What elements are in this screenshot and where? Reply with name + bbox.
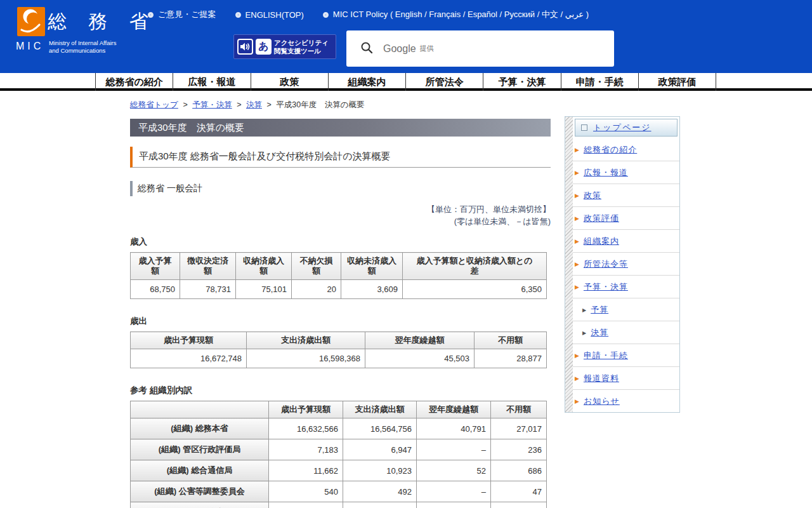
sidebar-item-applications[interactable]: ▶ 申請・手続	[573, 344, 679, 367]
table-row: (組織) 公害等調整委員会 540 492 – 47	[131, 481, 547, 502]
page-title: 平成30年度 決算の概要	[130, 119, 551, 137]
table-header-row: 歳入予算 額 徴収決定済 額 収納済歳入 額 不納欠損 額 収納未済歳入 額 歳…	[131, 253, 547, 280]
cell-value: 28,877	[475, 349, 547, 368]
mic-logo[interactable]: MIC 総 務 省 Ministry of Internal Affairs a…	[16, 5, 155, 69]
cell-value: 45,503	[365, 349, 475, 368]
nav-item-policy[interactable]: 政策	[251, 73, 328, 91]
cell-value: 27,017	[491, 418, 547, 439]
logo-mic-text: MIC	[16, 41, 44, 52]
sidebar-item-notices[interactable]: ▶ お知らせ	[573, 390, 679, 412]
cell-value: 16,632,566	[269, 418, 343, 439]
triangle-bullet-icon: ▶	[575, 376, 579, 382]
column-header: 翌年度繰越額	[417, 401, 491, 418]
nav-item-applications[interactable]: 申請・手続	[561, 73, 638, 91]
sidebar-item-press[interactable]: ▶ 報道資料	[573, 367, 679, 390]
accessibility-tool-button[interactable]: あ アクセシビリティ 閲覧支援ツール	[233, 34, 336, 59]
nav-item-budget[interactable]: 予算・決算	[483, 73, 560, 91]
cell-value: –	[417, 481, 491, 502]
local-nav-sidebar: トップページ ▶ 総務省の紹介 ▶ 広報・報道 ▶ 政策 ▶ 政策評価 ▶ 組織…	[565, 116, 680, 413]
triangle-bullet-icon: ▶	[575, 147, 579, 153]
cell-value: –	[417, 439, 491, 460]
sidebar-item-public-relations[interactable]: ▶ 広報・報道	[573, 161, 679, 184]
cell-value: 68,750	[131, 280, 180, 299]
main-content: 総務省トップ > 予算・決算 > 決算 > 平成30年度 決算の概要 平成30年…	[130, 93, 551, 508]
cell-value: 20,795	[269, 502, 343, 508]
cell-value: 75,101	[236, 280, 292, 299]
sidebar-item-top-page[interactable]: トップページ	[575, 119, 678, 137]
column-header-blank	[131, 401, 269, 418]
table-header-row: 歳出予算現額 支出済歳出額 翌年度繰越額 不用額	[131, 332, 547, 349]
square-bullet-icon	[581, 124, 587, 131]
hiragana-a-icon: あ	[256, 39, 272, 55]
cell-value: 686	[491, 460, 547, 481]
breadcrumb-settlement-link[interactable]: 決算	[246, 100, 262, 109]
mic-ict-policy-link[interactable]: MIC ICT Policy ( English / Français / Es…	[323, 9, 589, 20]
column-header: 支出済歳出額	[247, 332, 365, 349]
row-label: (組織) 総務本省	[131, 418, 269, 439]
sub-heading: 総務省 一般会計	[130, 181, 551, 196]
column-header: 支出済歳出額	[343, 401, 417, 418]
cell-value: 7,183	[269, 439, 343, 460]
global-nav: 総務省の紹介 広報・報道 政策 組織案内 所管法令 予算・決算 申請・手続 政策…	[0, 73, 812, 91]
section-heading: 平成30年度 総務省一般会計及び交付税特別会計の決算概要	[130, 147, 551, 168]
sidebar-subitem-settlement[interactable]: ▶ 決算	[573, 321, 679, 344]
site-header: MIC 総 務 省 Ministry of Internal Affairs a…	[0, 0, 812, 73]
triangle-bullet-icon: ▶	[575, 284, 579, 290]
circle-bullet-icon	[235, 12, 241, 18]
expenditure-table: 歳出予算現額 支出済歳出額 翌年度繰越額 不用額 16,672,748 16,5…	[130, 331, 547, 368]
feedback-link[interactable]: ご意見・ご提案	[148, 9, 216, 20]
sidebar-item-policy[interactable]: ▶ 政策	[573, 184, 679, 207]
accessibility-tool-label: アクセシビリティ 閲覧支援ツール	[274, 39, 329, 55]
cell-value: 492	[343, 481, 417, 502]
row-label: (組織) 消防庁	[131, 502, 269, 508]
table-row: (組織) 消防庁 20,795 15,247 4,658 888	[131, 502, 547, 508]
nav-item-policy-evaluation[interactable]: 政策評価	[638, 73, 716, 91]
search-input[interactable]: Google 提供	[346, 30, 614, 67]
row-label: (組織) 総合通信局	[131, 460, 269, 481]
nav-item-laws[interactable]: 所管法令	[405, 73, 483, 91]
cell-value: 10,923	[343, 460, 417, 481]
sidebar-item-budget-settlement[interactable]: ▶ 予算・決算	[573, 276, 679, 298]
breadcrumb-budget-link[interactable]: 予算・決算	[192, 100, 232, 109]
search-provider-label: Google	[383, 43, 416, 55]
column-header: 不用額	[475, 332, 547, 349]
row-label: (組織) 管区行政評価局	[131, 439, 269, 460]
cell-value: 11,662	[269, 460, 343, 481]
column-header: 不納欠損 額	[292, 253, 341, 280]
table-row: (組織) 総合通信局 11,662 10,923 52 686	[131, 460, 547, 481]
table-row: 68,750 78,731 75,101 20 3,609 6,350	[131, 280, 547, 299]
triangle-bullet-icon: ▶	[582, 330, 586, 336]
column-header: 徴収決定済 額	[180, 253, 236, 280]
triangle-bullet-icon: ▶	[582, 307, 586, 313]
cell-value: 40,791	[417, 418, 491, 439]
cell-value: 15,247	[343, 502, 417, 508]
triangle-bullet-icon: ▶	[575, 239, 579, 244]
table-header-row: 歳出予算現額 支出済歳出額 翌年度繰越額 不用額	[131, 401, 547, 418]
speaker-icon	[237, 39, 253, 55]
sidebar-item-policy-evaluation[interactable]: ▶ 政策評価	[573, 207, 679, 230]
nav-item-about[interactable]: 総務省の紹介	[95, 73, 173, 91]
cell-value: 20	[292, 280, 341, 299]
cell-value: 888	[491, 502, 547, 508]
english-top-link[interactable]: ENGLISH(TOP)	[235, 10, 304, 20]
sidebar-item-organization[interactable]: ▶ 組織案内	[573, 230, 679, 253]
cell-value: 16,672,748	[131, 349, 247, 368]
breadcrumb: 総務省トップ > 予算・決算 > 決算 > 平成30年度 決算の概要	[130, 100, 551, 110]
triangle-bullet-icon: ▶	[575, 216, 579, 222]
breadcrumb-home-link[interactable]: 総務省トップ	[130, 100, 178, 109]
sidebar-item-about[interactable]: ▶ 総務省の紹介	[573, 138, 679, 161]
nav-item-public-relations[interactable]: 広報・報道	[173, 73, 250, 91]
table-row: (組織) 総務本省 16,632,566 16,564,756 40,791 2…	[131, 418, 547, 439]
cell-value: 3,609	[341, 280, 403, 299]
nav-item-organization[interactable]: 組織案内	[328, 73, 405, 91]
cell-value: 236	[491, 439, 547, 460]
column-header: 収納済歳入 額	[236, 253, 292, 280]
cell-value: 6,947	[343, 439, 417, 460]
triangle-bullet-icon: ▶	[575, 193, 579, 199]
sidebar-subitem-budget[interactable]: ▶ 予算	[573, 298, 679, 321]
cell-value: 52	[417, 460, 491, 481]
cell-value: 6,350	[403, 280, 547, 299]
column-header: 収納未済歳入 額	[341, 253, 403, 280]
sidebar-item-laws[interactable]: ▶ 所管法令等	[573, 253, 679, 276]
search-provider-suffix: 提供	[420, 44, 434, 53]
